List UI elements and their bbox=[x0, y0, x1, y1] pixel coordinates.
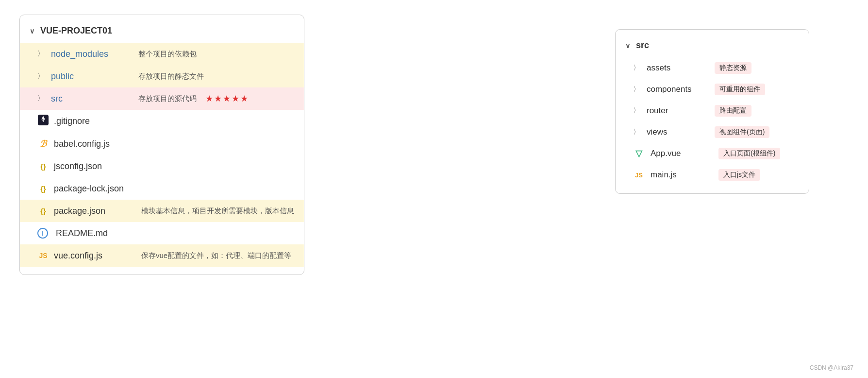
item-name: node_modules bbox=[51, 49, 129, 59]
item-tag: 入口js文件 bbox=[718, 169, 760, 181]
root-folder-name: VUE-PROJECT01 bbox=[40, 26, 112, 36]
item-tag: 可重用的组件 bbox=[715, 84, 765, 95]
item-name: assets bbox=[647, 63, 710, 73]
list-item: JS vue.config.js 保存vue配置的文件，如：代理、端口的配置等 bbox=[20, 244, 304, 267]
folder-chevron-icon: 〉 bbox=[37, 94, 44, 103]
item-tag: 路由配置 bbox=[715, 105, 751, 117]
item-name: views bbox=[647, 127, 710, 137]
folder-chevron-icon: 〉 bbox=[633, 64, 640, 72]
folder-chevron-icon: 〉 bbox=[37, 50, 44, 58]
watermark: CSDN @Akira37 bbox=[810, 364, 853, 371]
item-name: README.md bbox=[56, 228, 134, 239]
item-name: router bbox=[647, 106, 710, 116]
src-chevron-icon: ∨ bbox=[625, 42, 630, 50]
right-src-tree: ∨ src 〉 assets 静态资源 〉 components 可重用的组件 … bbox=[615, 29, 809, 194]
js-icon: JS bbox=[37, 252, 49, 259]
item-name: main.js bbox=[651, 170, 714, 180]
item-tag: 视图组件(页面) bbox=[715, 126, 769, 138]
item-name: src bbox=[51, 94, 129, 104]
git-icon bbox=[37, 115, 49, 128]
item-name: .gitignore bbox=[54, 116, 132, 126]
json-icon: {} bbox=[37, 207, 49, 215]
src-tree-title: ∨ src bbox=[616, 37, 809, 57]
list-item: 〉 src 存放项目的源代码 ★★★★★ bbox=[20, 87, 304, 110]
list-item: 〉 node_modules 整个项目的依赖包 bbox=[20, 43, 304, 65]
list-item: {} jsconfig.json bbox=[20, 155, 304, 177]
json-icon: {} bbox=[37, 185, 49, 193]
item-desc: 整个项目的依赖包 bbox=[138, 50, 197, 59]
js-icon: JS bbox=[633, 172, 645, 179]
item-name: public bbox=[51, 71, 129, 82]
item-name: components bbox=[647, 85, 710, 94]
list-item: JS main.js 入口js文件 bbox=[616, 164, 809, 186]
item-name: jsconfig.json bbox=[54, 161, 132, 172]
item-desc: 模块基本信息，项目开发所需要模块，版本信息 bbox=[141, 206, 294, 216]
json-icon: {} bbox=[37, 162, 49, 171]
list-item: 〉 public 存放项目的静态文件 bbox=[20, 65, 304, 87]
left-file-tree: ∨ VUE-PROJECT01 〉 node_modules 整个项目的依赖包 … bbox=[19, 15, 304, 275]
list-item: {} package-lock.json bbox=[20, 177, 304, 200]
list-item: 〉 components 可重用的组件 bbox=[616, 79, 809, 100]
list-item: i README.md bbox=[20, 222, 304, 244]
item-desc: 保存vue配置的文件，如：代理、端口的配置等 bbox=[141, 251, 291, 260]
list-item: 〉 assets 静态资源 bbox=[616, 57, 809, 79]
list-item: ℬ babel.config.js bbox=[20, 133, 304, 155]
item-name: package-lock.json bbox=[54, 184, 132, 194]
folder-chevron-icon: 〉 bbox=[633, 85, 640, 94]
folder-chevron-icon: 〉 bbox=[633, 128, 640, 137]
src-folder-name: src bbox=[636, 40, 649, 51]
item-name: babel.config.js bbox=[54, 139, 132, 149]
item-name: App.vue bbox=[651, 149, 714, 158]
folder-chevron-icon: 〉 bbox=[37, 72, 44, 81]
item-tag: 静态资源 bbox=[715, 62, 751, 74]
item-desc: 存放项目的源代码 bbox=[138, 94, 197, 103]
babel-icon: ℬ bbox=[37, 138, 49, 149]
vue-icon: ▽ bbox=[633, 148, 645, 159]
item-name: vue.config.js bbox=[54, 251, 132, 261]
info-icon: i bbox=[37, 228, 48, 239]
list-item: ▽ App.vue 入口页面(根组件) bbox=[616, 143, 809, 164]
list-item: 〉 views 视图组件(页面) bbox=[616, 121, 809, 143]
folder-chevron-icon: 〉 bbox=[633, 106, 640, 115]
list-item: .gitignore bbox=[20, 110, 304, 133]
item-tag: 入口页面(根组件) bbox=[718, 148, 780, 159]
importance-stars: ★★★★★ bbox=[205, 93, 249, 104]
root-chevron-icon: ∨ bbox=[30, 27, 34, 35]
list-item: {} package.json 模块基本信息，项目开发所需要模块，版本信息 bbox=[20, 200, 304, 222]
list-item: 〉 router 路由配置 bbox=[616, 100, 809, 121]
item-desc: 存放项目的静态文件 bbox=[138, 72, 204, 81]
left-tree-title: ∨ VUE-PROJECT01 bbox=[20, 23, 304, 43]
item-name: package.json bbox=[54, 206, 132, 216]
